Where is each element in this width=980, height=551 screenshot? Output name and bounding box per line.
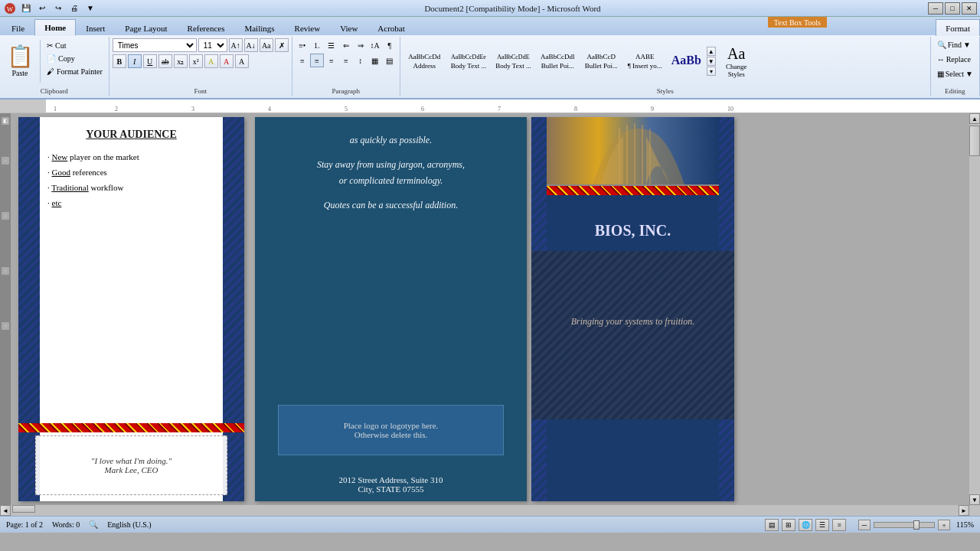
shading-button[interactable]: ▦ <box>368 54 382 67</box>
maximize-button[interactable]: □ <box>945 2 960 15</box>
sort-button[interactable]: ↕A <box>368 38 382 52</box>
text-highlight-button[interactable]: A <box>204 54 218 68</box>
font-family-select[interactable]: Times <box>113 38 197 52</box>
style-body-text-button[interactable]: AaBbCcDdEe Body Text ... <box>447 38 490 84</box>
show-hide-button[interactable]: ¶ <box>383 38 397 52</box>
text-effects-button[interactable]: A <box>235 54 249 68</box>
sidebar-icon-mid2[interactable]: 2 <box>2 212 9 220</box>
tab-file[interactable]: File <box>2 20 34 35</box>
tab-view[interactable]: View <box>330 20 368 35</box>
font-size-select[interactable]: 11 <box>198 38 227 52</box>
print-layout-view-button[interactable]: ▤ <box>765 519 779 531</box>
bullets-button[interactable]: ≡• <box>296 38 309 52</box>
document-area[interactable]: YOUR AUDIENCE · New player on the market… <box>11 113 969 505</box>
align-right-button[interactable]: ≡ <box>325 54 338 67</box>
change-styles-button[interactable]: Aa Change Styles <box>717 38 756 84</box>
outline-view-button[interactable]: ☰ <box>815 519 829 531</box>
hscroll-right-arrow[interactable]: ► <box>959 505 969 516</box>
style-aabb-button[interactable]: AaBb <box>668 38 705 84</box>
horizontal-scrollbar[interactable]: ◄ ► <box>0 505 980 516</box>
replace-button[interactable]: ↔ Replace <box>934 53 974 66</box>
paste-button[interactable]: 📋 Paste <box>3 38 37 84</box>
superscript-button[interactable]: x² <box>189 54 203 68</box>
quote-box[interactable]: "I love what I'm doing." Mark Lee, CEO <box>35 435 227 495</box>
tab-insert[interactable]: Insert <box>76 20 115 35</box>
font-color-button[interactable]: A <box>220 54 234 68</box>
web-layout-view-button[interactable]: 🌐 <box>799 519 812 531</box>
change-case-button[interactable]: Aa <box>260 38 273 52</box>
tab-mailings[interactable]: Mailings <box>234 20 284 35</box>
zoom-in-button[interactable]: + <box>938 520 950 530</box>
save-icon[interactable]: 💾 <box>19 2 33 15</box>
underline-button[interactable]: U <box>143 54 157 68</box>
tab-review[interactable]: Review <box>285 20 331 35</box>
tab-references[interactable]: References <box>178 20 235 35</box>
sidebar-icon-top[interactable]: ◧ <box>2 117 9 125</box>
justify-button[interactable]: ≡ <box>339 54 353 67</box>
style-insert-button[interactable]: AABE ¶ Insert yo... <box>624 38 666 84</box>
format-painter-button[interactable]: 🖌 Format Painter <box>44 66 106 77</box>
sidebar-icon-mid3[interactable]: 3 <box>2 267 9 275</box>
zoom-out-button[interactable]: ─ <box>858 520 871 530</box>
find-icon: 🔍 <box>937 41 946 49</box>
tab-format[interactable]: Format <box>936 19 980 36</box>
subscript-button[interactable]: x₂ <box>174 54 188 68</box>
redo-icon[interactable]: ↪ <box>51 2 65 15</box>
style-body-text2-button[interactable]: AaBbCcDdE Body Text ... <box>492 38 534 84</box>
multilevel-list-button[interactable]: ☰ <box>325 38 338 52</box>
tab-home[interactable]: Home <box>34 19 76 36</box>
sidebar-icon-mid4[interactable]: 4 <box>2 322 9 330</box>
copy-button[interactable]: 📄 Copy <box>44 53 106 64</box>
clear-formatting-button[interactable]: ✗ <box>275 38 289 52</box>
style-bullet-poi-button[interactable]: AaBbCcDdl Bullet Poi... <box>537 38 579 84</box>
scroll-down-arrow[interactable]: ▼ <box>969 494 980 505</box>
italic-button[interactable]: I <box>128 54 142 68</box>
borders-button[interactable]: ▤ <box>383 54 397 67</box>
minimize-button[interactable]: ─ <box>928 2 943 15</box>
styles-expand[interactable]: ▾ <box>707 67 716 76</box>
vertical-scrollbar[interactable]: ▲ ▼ <box>969 113 980 505</box>
zoom-slider-thumb[interactable] <box>913 520 920 530</box>
tab-acrobat[interactable]: Acrobat <box>368 20 414 35</box>
right-page-panel[interactable]: BIOS, INC. Bringing your systems to frui… <box>531 117 734 501</box>
strikethrough-button[interactable]: ab <box>158 54 172 68</box>
font-row-1: Times 11 A↑ A↓ Aa ✗ <box>113 38 289 52</box>
find-button[interactable]: 🔍 Find ▼ <box>934 38 974 51</box>
close-button[interactable]: ✕ <box>962 2 977 15</box>
grow-font-button[interactable]: A↑ <box>229 38 243 52</box>
scroll-up-arrow[interactable]: ▲ <box>969 113 980 124</box>
left-page-panel[interactable]: YOUR AUDIENCE · New player on the market… <box>18 117 244 501</box>
center-page-panel[interactable]: as quickly as possible. Stay away from u… <box>255 117 527 501</box>
clipboard-divider <box>40 40 41 83</box>
styles-scroll-up[interactable]: ▲ <box>707 47 716 56</box>
replace-icon: ↔ <box>937 55 945 64</box>
numbering-button[interactable]: 1. <box>310 38 324 52</box>
cut-button[interactable]: ✂ Cut <box>44 40 106 51</box>
bold-button[interactable]: B <box>113 54 126 68</box>
styles-scroll-down[interactable]: ▼ <box>707 57 716 66</box>
office-button[interactable]: W <box>3 2 17 15</box>
scroll-thumb[interactable] <box>969 126 980 156</box>
sidebar-icon-mid1[interactable]: 1 <box>2 157 9 165</box>
logo-area[interactable]: Place logo or logotype here. Otherwise d… <box>278 405 504 455</box>
draft-view-button[interactable]: ≡ <box>832 519 846 531</box>
style-bullet-poi2-button[interactable]: AaBbCcD Bullet Poi... <box>580 38 622 84</box>
style-address-button[interactable]: AaBbCcDd Address <box>403 38 446 84</box>
print-preview-icon[interactable]: 🖨 <box>67 2 81 15</box>
increase-indent-button[interactable]: ⇒ <box>354 38 368 52</box>
zoom-slider[interactable] <box>874 522 935 528</box>
align-center-button[interactable]: ≡ <box>310 54 324 67</box>
spell-check-icon[interactable]: 🔍 <box>89 520 98 529</box>
shrink-font-button[interactable]: A↓ <box>244 38 258 52</box>
align-left-button[interactable]: ≡ <box>296 54 309 67</box>
tab-page-layout[interactable]: Page Layout <box>115 20 177 35</box>
hscroll-left-arrow[interactable]: ◄ <box>0 505 11 516</box>
left-sidebar: ◧ 1 2 3 4 <box>0 113 11 505</box>
hscroll-thumb[interactable] <box>12 505 35 513</box>
customize-icon[interactable]: ▼ <box>83 2 97 15</box>
full-screen-view-button[interactable]: ⊞ <box>782 519 795 531</box>
select-button[interactable]: ▦ Select ▼ <box>934 67 976 80</box>
undo-icon[interactable]: ↩ <box>35 2 49 15</box>
decrease-indent-button[interactable]: ⇐ <box>339 38 353 52</box>
line-spacing-button[interactable]: ↕ <box>354 54 368 67</box>
